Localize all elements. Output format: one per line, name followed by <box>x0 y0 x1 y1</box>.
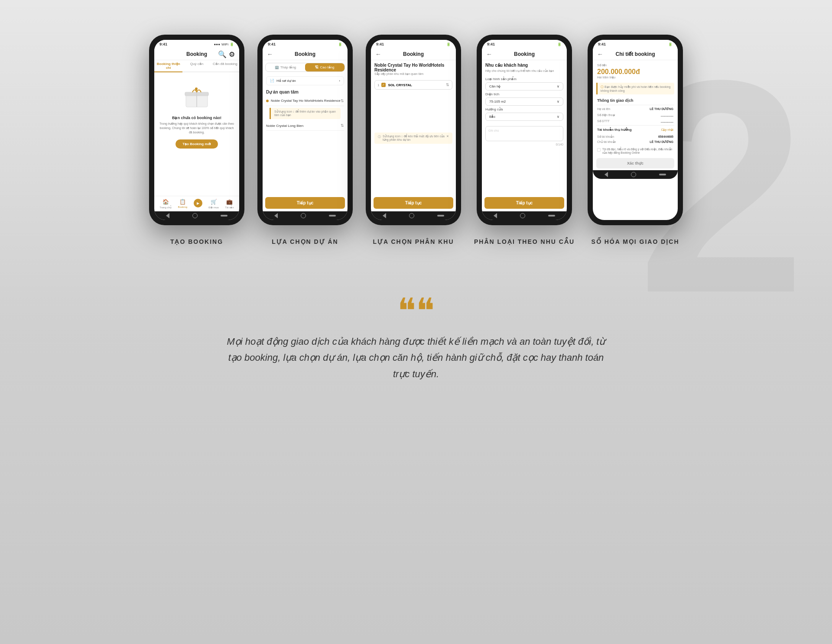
filter-label-2: Hướng cửa <box>485 107 563 111</box>
phone-screen-1: 9:41 ●●● WiFi 🔋 Booking 🔍 <box>154 40 239 220</box>
filter-select-2[interactable]: Bắc ∨ <box>485 113 563 121</box>
zone-subtitle: Sắp xếp phân khu mã bạn quan tâm <box>374 72 452 76</box>
play-icon: ▶ <box>194 199 202 207</box>
phone-frame-2: 9:41 🔋 ← Booking 🏢 Tháp tầng <box>257 35 353 225</box>
phone-label-4: PHÂN LOẠI THEO NHU CẦU <box>474 238 575 245</box>
bank-update-link[interactable]: Cập nhật <box>661 128 673 132</box>
back-button-5[interactable]: ← <box>597 51 603 58</box>
transaction-section-title: Thông tin giao dịch <box>593 96 678 104</box>
file-row[interactable]: 📄 Hồ sơ dự án › <box>266 76 344 85</box>
android-back-4[interactable] <box>494 213 497 218</box>
status-bar-5: 9:41 🔋 <box>593 40 678 49</box>
android-home-3[interactable] <box>409 213 414 218</box>
continue-button-4[interactable]: Tiếp tục <box>484 197 564 209</box>
settings-icon[interactable]: ⚙ <box>229 50 235 58</box>
zone-close-icon[interactable]: ✕ <box>446 135 449 138</box>
filter-select-0[interactable]: Căn hộ ∨ <box>485 82 563 91</box>
android-bar-3 <box>371 211 456 220</box>
assets-icon: 💼 <box>226 199 232 205</box>
search-icon[interactable]: 🔍 <box>218 50 227 58</box>
android-recent-4[interactable] <box>548 215 555 217</box>
needs-subtitle: Hãy cho chúng tôi biết cụ thể hơn nhu cầ… <box>482 69 567 75</box>
thap-tang-icon: 🏢 <box>275 65 279 69</box>
terms-checkbox[interactable] <box>597 148 601 152</box>
phone-label-2: LỰA CHỌN DỰ ÁN <box>272 238 338 245</box>
amount-text: Hai trăm triệu <box>597 76 673 79</box>
confirm-button[interactable]: Xác thực <box>596 158 674 168</box>
android-home-2[interactable] <box>301 213 306 218</box>
filter-label-0: Loại hình sản phẩm <box>485 77 563 81</box>
screen-title-2: Booking <box>295 51 315 57</box>
filter-select-1[interactable]: 75-105 m2 ∨ <box>485 97 563 106</box>
screen-title-3: Booking <box>403 51 424 57</box>
tabs-row-1: Booking thiện chí Quý cần Cần đã booking <box>154 60 239 72</box>
phone-screen-4: 9:41 🔋 ← Booking Nhu cầu khách hàng Hãy … <box>482 40 567 220</box>
status-bar-3: 9:41 🔋 <box>371 40 456 49</box>
info-icon-5: ⓘ <box>601 85 604 88</box>
android-recent-3[interactable] <box>437 215 444 217</box>
nav-tai-san[interactable]: 💼 Tài sản <box>225 199 234 209</box>
status-bar-1: 9:41 ●●● WiFi 🔋 <box>154 40 239 49</box>
quote-marks: ❝❝ <box>87 297 745 325</box>
nav-play[interactable]: ▶ <box>194 199 202 209</box>
phone-frame-1: 9:41 ●●● WiFi 🔋 Booking 🔍 <box>149 35 244 225</box>
nav-trang-chu[interactable]: 🏠 Trang chủ <box>159 199 171 209</box>
tab-can-da-booking[interactable]: Cần đã booking <box>211 60 239 71</box>
android-recent-2[interactable] <box>329 215 336 217</box>
transaction-row-0: Họ và tên LÊ THU DƯƠNG <box>593 106 678 112</box>
continue-button-2[interactable]: Tiếp tục <box>265 197 345 209</box>
filter-group: Loại hình sản phẩm Căn hộ ∨ Diện tích 75… <box>482 75 567 124</box>
back-button-3[interactable]: ← <box>375 51 381 58</box>
bank-section: Số tài khoản 658444685 Chủ tài khoản LÊ … <box>593 133 678 146</box>
toggle-thap-tang[interactable]: 🏢 Tháp tầng <box>266 63 305 71</box>
android-bar-1 <box>154 211 239 220</box>
continue-button-3[interactable]: Tiếp tục <box>374 197 453 209</box>
arrow-right-icon: › <box>339 79 340 83</box>
back-button-2[interactable]: ← <box>267 51 273 58</box>
chevron-down-icon-1: ∨ <box>557 100 559 104</box>
phone-frame-5: 9:41 🔋 ← Chi tiết booking Số tiền 200.00… <box>588 35 683 225</box>
phone-wrapper-1: 9:41 ●●● WiFi 🔋 Booking 🔍 <box>149 35 244 245</box>
bank-row-0: Số tài khoản 658444685 <box>597 134 673 139</box>
nav-dat-mua[interactable]: 🛒 Đặt mua <box>208 199 218 209</box>
divider-1 <box>596 105 674 105</box>
back-button-4[interactable]: ← <box>486 51 492 58</box>
status-bar-4: 9:41 🔋 <box>482 40 567 49</box>
phone-frame-4: 9:41 🔋 ← Booking Nhu cầu khách hàng Hãy … <box>477 35 572 225</box>
android-back[interactable] <box>166 213 169 218</box>
screen-title-5: Chi tiết booking <box>616 51 655 57</box>
zone-hint: ⓘ Sử dụng icon ↕ để kéo thả mức độ ưu ti… <box>374 133 452 144</box>
sort-icon-0[interactable]: ⇅ <box>341 99 344 103</box>
android-home-5[interactable] <box>631 172 636 177</box>
tab-quy-can[interactable]: Quý cần <box>182 60 211 71</box>
android-bar-5 <box>593 170 678 179</box>
android-back-3[interactable] <box>383 213 386 218</box>
tab-booking-thien-chi[interactable]: Booking thiện chí <box>154 60 182 72</box>
sort-icon-1[interactable]: ⇅ <box>341 123 344 128</box>
nav-booking[interactable]: 📋 Booking <box>178 199 187 209</box>
project-item-0[interactable]: Noble Crystal Tay Ho WorldHotels Residen… <box>266 96 344 106</box>
note-textarea[interactable]: Ghi chú <box>485 126 563 141</box>
zone-sort-icon[interactable]: ⇅ <box>446 83 449 87</box>
char-count: 0/140 <box>482 143 567 146</box>
phone-label-3: LỰA CHỌN PHÂN KHU <box>373 238 454 245</box>
android-back-2[interactable] <box>274 213 278 218</box>
android-home-4[interactable] <box>520 213 525 218</box>
phone-label-1: TẠO BOOKING <box>170 238 223 245</box>
android-recent[interactable] <box>221 215 228 217</box>
filter-label-1: Diện tích <box>485 92 563 96</box>
chevron-down-icon-0: ∨ <box>557 84 559 88</box>
toggle-cao-tang[interactable]: 🏗 Cao tầng <box>305 63 344 71</box>
zone-project-title: Noble Crystal Tay Ho WorldHotels Residen… <box>374 63 452 72</box>
info-hint-2: Sử dụng icon ↕ để thêm dự án vào phần qu… <box>270 108 341 119</box>
project-item-1[interactable]: Noble Crystal Long Bien ⇅ <box>266 121 344 131</box>
zone-checkbox-0[interactable]: ✓ <box>381 83 386 87</box>
zone-item-0[interactable]: 1 ✓ SOL CRYSTAL ⇅ <box>374 80 452 90</box>
create-booking-button[interactable]: Tạo Booking mới <box>176 139 218 149</box>
phone-screen-5: 9:41 🔋 ← Chi tiết booking Số tiền 200.00… <box>593 40 678 220</box>
android-back-5[interactable] <box>604 172 608 177</box>
android-recent-5[interactable] <box>659 174 666 175</box>
screen-header-1: Booking 🔍 ⚙ <box>154 49 239 60</box>
phone-screen-2: 9:41 🔋 ← Booking 🏢 Tháp tầng <box>263 40 348 220</box>
android-home[interactable] <box>192 213 198 218</box>
